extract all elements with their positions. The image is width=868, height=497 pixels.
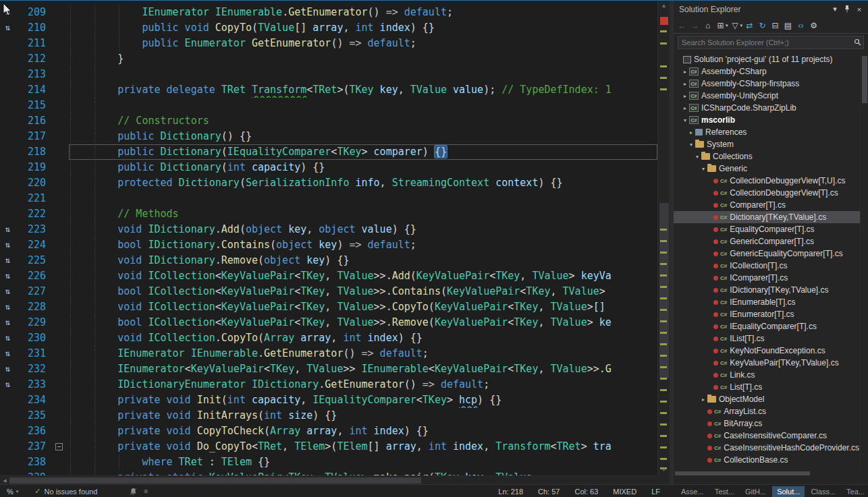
tree-item[interactable]: C#ICollection[T].cs xyxy=(674,260,860,272)
menu-icon[interactable]: ≡ xyxy=(144,488,148,495)
tree-item[interactable]: ▾System xyxy=(674,138,860,150)
code-line-232[interactable]: ⇅232IEnumerator<KeyValuePair<TKey, TValu… xyxy=(0,361,657,377)
code-line-227[interactable]: ⇅227bool ICollection<KeyValuePair<TKey, … xyxy=(0,284,657,299)
navigate-back-icon[interactable]: ← xyxy=(676,21,688,30)
tree-item[interactable]: C#CollectionBase.cs xyxy=(674,454,860,466)
code-line-221[interactable]: 221 xyxy=(0,191,657,206)
editor-horizontal-scrollbar[interactable]: ◀ ▶ xyxy=(0,475,670,484)
expander-icon[interactable]: ▾ xyxy=(699,166,707,172)
search-input[interactable] xyxy=(678,38,851,47)
implements-icon[interactable]: ⇅ xyxy=(0,268,15,284)
code-line-236[interactable]: 236private void CopyToCheck(Array array,… xyxy=(0,423,657,439)
refresh-icon[interactable]: ↻ xyxy=(756,21,769,30)
code-line-216[interactable]: 216// Constructors xyxy=(0,113,657,129)
code-text[interactable]: IEnumerator<KeyValuePair<TKey, TValue>> … xyxy=(69,361,657,377)
tree-item[interactable]: C#CaseInsensitiveComparer.cs xyxy=(674,430,860,442)
code-text[interactable]: public void CopyTo(TValue[] array, int i… xyxy=(69,20,657,36)
code-line-209[interactable]: ⇅209IEnumerator IEnumerable.GetEnumerato… xyxy=(0,5,657,20)
code-text[interactable]: IEnumerator IEnumerable.GetEnumerator() … xyxy=(69,5,657,20)
tree-item[interactable]: ▾Generic xyxy=(674,163,860,175)
tree-item[interactable]: C#IList[T].cs xyxy=(674,332,860,345)
search-box[interactable] xyxy=(678,36,864,49)
tree-item[interactable]: ▸C#Assembly-CSharp-firstpass xyxy=(674,78,860,90)
tree-item[interactable]: ▸ObjectModel xyxy=(674,393,860,405)
code-line-214[interactable]: 214private delegate TRet Transform<TRet>… xyxy=(0,82,657,98)
code-text[interactable] xyxy=(69,98,657,113)
code-line-219[interactable]: 219public Dictionary(int capacity) {} xyxy=(0,160,657,175)
implements-icon[interactable]: ⇅ xyxy=(0,299,15,315)
code-line-231[interactable]: ⇅231IEnumerator IEnumerable.GetEnumerato… xyxy=(0,346,657,361)
tree-item[interactable]: ▾C#mscorlib xyxy=(674,114,860,126)
tree-item[interactable]: ▸C#Assembly-CSharp xyxy=(674,65,860,78)
tree-item[interactable]: C#IEnumerable[T].cs xyxy=(674,296,860,308)
code-text[interactable]: public Dictionary(IEqualityComparer<TKey… xyxy=(69,144,657,160)
implements-icon[interactable]: ⇅ xyxy=(0,377,15,392)
implements-icon[interactable]: ⇅ xyxy=(0,346,15,361)
properties-icon[interactable]: ⚙ xyxy=(807,21,820,30)
code-line-223[interactable]: ⇅223void IDictionary.Add(object key, obj… xyxy=(0,222,657,237)
close-icon[interactable]: × xyxy=(853,5,865,13)
implements-icon[interactable]: ⇅ xyxy=(0,237,15,253)
code-line-225[interactable]: ⇅225void IDictionary.Remove(object key) … xyxy=(0,253,657,268)
horizontal-scroll-thumb[interactable] xyxy=(9,477,421,484)
panel-tab[interactable]: Tea... xyxy=(842,486,868,497)
implements-icon[interactable]: ⇅ xyxy=(0,315,15,330)
tree-item[interactable]: C#Link.cs xyxy=(674,369,860,381)
panel-tab[interactable]: Class... xyxy=(806,486,840,497)
code-text[interactable]: IEnumerator IEnumerable.GetEnumerator() … xyxy=(69,346,657,361)
expander-icon[interactable]: ▸ xyxy=(681,93,689,99)
tree-item[interactable]: Solution 'project-gui' (11 of 11 project… xyxy=(674,53,860,65)
navigate-forward-icon[interactable]: → xyxy=(688,21,701,30)
code-line-222[interactable]: 222// Methods xyxy=(0,206,657,222)
scroll-down-icon[interactable]: ▼ xyxy=(658,466,670,474)
code-line-217[interactable]: 217public Dictionary() {} xyxy=(0,129,657,144)
tree-item[interactable]: C#ArrayList.cs xyxy=(674,405,860,417)
tree-item[interactable]: C#CaseInsensitiveHashCodeProvider.cs xyxy=(674,442,860,454)
code-text[interactable]: void ICollection.CopyTo(Array array, int… xyxy=(69,330,657,346)
panel-hscroll-thumb[interactable] xyxy=(675,471,810,475)
code-line-238[interactable]: 238where TRet : TElem {} xyxy=(0,455,657,470)
show-all-files-icon[interactable]: ▤ xyxy=(782,21,794,30)
code-text[interactable]: public Dictionary(int capacity) {} xyxy=(69,160,657,175)
tree-item[interactable]: C#IComparer[T].cs xyxy=(674,272,860,284)
code-text[interactable] xyxy=(69,67,657,82)
switch-views-icon-caret[interactable]: ▾ xyxy=(726,23,728,28)
home-icon[interactable]: ⌂ xyxy=(701,21,714,30)
code-text[interactable]: bool ICollection<KeyValuePair<TKey, TVal… xyxy=(69,315,657,330)
code-line-224[interactable]: ⇅224bool IDictionary.Contains(object key… xyxy=(0,237,657,253)
tree-item[interactable]: C#EqualityComparer[T].cs xyxy=(674,223,860,235)
code-text[interactable]: public Dictionary() {} xyxy=(69,129,657,144)
panel-tab[interactable]: GitH... xyxy=(740,486,771,497)
panel-tab[interactable]: Solut... xyxy=(772,486,805,497)
editor-vertical-scrollbar[interactable]: ▲ ▼ xyxy=(657,1,670,475)
collapse-region-icon[interactable]: − xyxy=(55,443,63,450)
code-line-234[interactable]: 234private void Init(int capacity, IEqua… xyxy=(0,392,657,408)
code-text[interactable]: private void InitArrays(int size) {} xyxy=(69,408,657,423)
expander-icon[interactable]: ▸ xyxy=(687,129,695,136)
status-item[interactable]: Ln: 218 xyxy=(498,488,523,496)
expander-icon[interactable]: ▸ xyxy=(681,69,689,75)
view-code-icon[interactable]: ‹› xyxy=(794,21,807,30)
implements-icon[interactable]: ⇅ xyxy=(0,361,15,377)
expander-icon[interactable]: ▾ xyxy=(693,154,701,160)
code-editor[interactable]: ⇅209IEnumerator IEnumerable.GetEnumerato… xyxy=(0,1,670,475)
pending-changes-filter-icon-caret[interactable]: ▾ xyxy=(740,23,743,28)
expander-icon[interactable]: ▾ xyxy=(687,142,695,148)
tree-item[interactable]: C#IDictionary[TKey,TValue].cs xyxy=(674,284,860,296)
code-line-229[interactable]: ⇅229bool ICollection<KeyValuePair<TKey, … xyxy=(0,315,657,330)
zoom-control[interactable]: % xyxy=(0,488,16,496)
implements-icon[interactable]: ⇅ xyxy=(0,330,15,346)
expander-icon[interactable]: ▸ xyxy=(681,81,689,87)
code-text[interactable]: void ICollection<KeyValuePair<TKey, TVal… xyxy=(69,299,657,315)
code-line-235[interactable]: 235private void InitArrays(int size) {} xyxy=(0,408,657,423)
no-issues-text[interactable]: No issues found xyxy=(45,488,98,496)
tree-item[interactable]: ▾Collections xyxy=(674,150,860,163)
tree-item[interactable]: C#BitArray.cs xyxy=(674,417,860,430)
tree-item[interactable]: ▸C#ICSharpCode.SharpZipLib xyxy=(674,102,860,114)
code-line-212[interactable]: 212} xyxy=(0,51,657,67)
expander-icon[interactable]: ▸ xyxy=(699,397,707,403)
implements-icon[interactable]: ⇅ xyxy=(0,253,15,268)
tree-item[interactable]: C#GenericEqualityComparer[T].cs xyxy=(674,247,860,260)
code-text[interactable]: } xyxy=(69,51,657,67)
code-text[interactable]: private delegate TRet Transform<TRet>(TK… xyxy=(69,82,657,98)
